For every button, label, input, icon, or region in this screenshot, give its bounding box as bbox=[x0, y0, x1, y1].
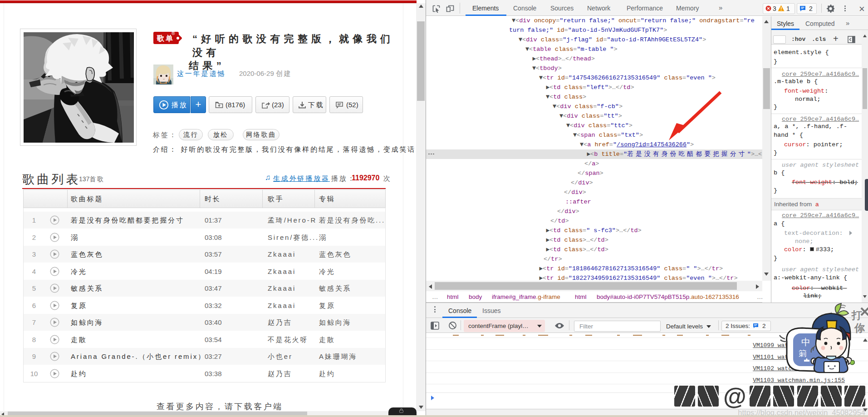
svg-text:打: 打 bbox=[851, 309, 862, 321]
svg-text:箣: 箣 bbox=[799, 349, 807, 358]
svg-text:中: 中 bbox=[801, 337, 810, 347]
